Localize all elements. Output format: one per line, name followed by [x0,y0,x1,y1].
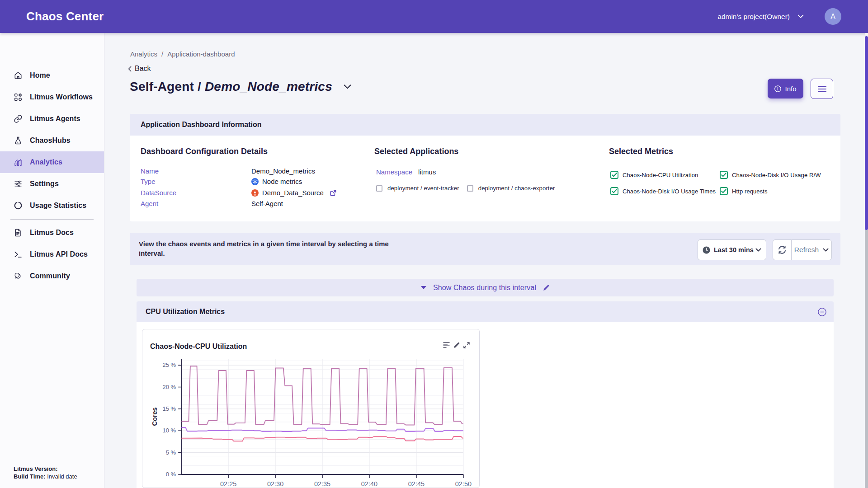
sidebar-item-community[interactable]: Community [0,265,104,287]
application-checkbox-deployment-event-tracker[interactable]: deployment / event-tracker [376,185,459,192]
refresh-interval-select[interactable]: Refresh [791,239,832,260]
back-label: Back [135,65,151,73]
checkbox-unchecked[interactable] [467,185,473,192]
checkbox-checked[interactable] [720,187,728,195]
page-scrollbar[interactable] [865,33,868,488]
time-range-select[interactable]: Last 30 mins [698,239,766,260]
project-selector-label[interactable]: admin's project(Owner) [717,13,790,21]
clock-icon [703,246,710,254]
version-info: Litmus Version: Build Time: Invalid date [14,465,77,480]
sidebar: HomeLitmus WorkflowsLitmus AgentsChaosHu… [0,33,104,488]
terminal-icon [14,250,23,259]
scrollbar-track-lower [865,230,868,488]
breadcrumb-separator: / [161,50,163,58]
x-tick-label: 02:40 [356,480,383,488]
configuration-details-heading: Dashboard Configuration Details [141,147,268,156]
settings-icon [14,179,23,188]
application-checkbox-deployment-chaos-exporter[interactable]: deployment / chaos-exporter [467,185,555,192]
title-chevron-down-icon[interactable] [344,84,351,89]
usage-icon [14,201,23,210]
refresh-button[interactable] [773,239,792,260]
checkbox-unchecked[interactable] [376,185,382,192]
y-axis-label: Cores [151,407,158,426]
breadcrumb-analytics[interactable]: Analytics [130,50,157,58]
y-tick-label: 10 % [158,427,176,434]
workflows-icon [14,93,23,102]
info-button[interactable]: Info [768,79,803,99]
selected-applications-heading: Selected Applications [374,147,458,156]
flask-icon [14,136,23,145]
checkbox-checked[interactable] [610,187,618,195]
sidebar-item-usage-statistics[interactable]: Usage Statistics [0,195,104,216]
home-icon [14,71,23,80]
project-chevron-down-icon[interactable] [797,14,804,19]
collapse-minus-icon[interactable] [818,308,826,316]
cpu-utilization-panel-header[interactable]: CPU Utilization Metrics [137,301,834,322]
sidebar-item-chaoshubs[interactable]: ChaosHubs [0,130,104,151]
litmus-version-label: Litmus Version: [14,465,58,472]
external-link-icon[interactable] [330,190,336,196]
x-tick-label: 02:30 [262,480,289,488]
y-tick-label: 15 % [158,405,176,412]
x-tick-label: 02:50 [450,480,477,488]
application-dashboard-information-card: Application Dashboard Information Dashbo… [130,114,840,221]
config-row-agent: AgentSelf-Agent [141,200,457,207]
config-row-type: TypeNode metrics [141,178,457,185]
x-tick-label: 02:35 [309,480,336,488]
sidebar-item-litmus-docs[interactable]: Litmus Docs [0,222,104,244]
dashboard-name: Demo_Node_metrics [205,80,332,94]
app-header: Chaos Center admin's project(Owner) A [0,0,868,33]
analytics-icon [14,158,23,167]
refresh-chevron-down-icon [823,248,829,252]
link-icon [14,114,23,123]
metric-checkbox-http-requests[interactable]: Http requests [720,187,768,195]
metric-checkbox-chaos-node-cpu-utilization[interactable]: Chaos-Node-CPU Utilization [610,171,698,179]
show-chaos-toggle[interactable]: Show Chaos during this interval [137,279,834,296]
refresh-icon [777,245,787,255]
app-title: Chaos Center [26,9,104,23]
checkbox-checked[interactable] [720,171,728,179]
page-title: Self-Agent / Demo_Node_metrics [130,80,332,94]
prometheus-icon [251,189,259,197]
metric-checkbox-chaos-node-disk-i-o-usage-times[interactable]: Chaos-Node-Disk I/O Usage Times [610,187,716,195]
sidebar-item-home[interactable]: Home [0,65,104,86]
card-heading: Application Dashboard Information [130,114,840,136]
y-tick-label: 20 % [158,384,176,390]
time-interval-text: View the chaos events and metrics in a g… [139,239,391,258]
x-tick-label: 02:25 [215,480,242,488]
community-icon [14,272,23,281]
time-range-chevron-down-icon [755,248,761,252]
selected-metrics-heading: Selected Metrics [609,147,673,156]
edit-pencil-icon[interactable] [543,285,549,291]
metric-checkbox-chaos-node-disk-i-o-usage-r-w[interactable]: Chaos-Node-Disk I/O Usage R/W [720,171,821,179]
cpu-utilization-panel-body: Chaos-Node-CPU Utilization 0 %5 %10 %15 … [137,322,834,488]
namespace-label: Namespace [376,168,412,176]
namespace-value: litmus [418,168,436,176]
breadcrumb-application-dashboard[interactable]: Application-dashboard [167,50,235,58]
chevron-left-icon [128,66,132,72]
document-icon [14,228,23,237]
avatar[interactable]: A [825,8,841,25]
sidebar-divider [10,219,94,220]
checkbox-checked[interactable] [610,171,618,179]
dashboard-menu-button[interactable] [811,79,833,99]
show-chaos-label: Show Chaos during this interval [433,284,536,292]
sidebar-item-litmus-api-docs[interactable]: Litmus API Docs [0,244,104,265]
sidebar-item-litmus-agents[interactable]: Litmus Agents [0,108,104,130]
cpu-panel-heading: CPU Utilization Metrics [146,308,225,316]
back-button[interactable]: Back [128,65,151,73]
info-circle-icon [774,85,781,92]
info-button-label: Info [785,85,796,93]
time-interval-banner: View the chaos events and metrics in a g… [130,233,840,265]
time-range-value: Last 30 mins [714,246,754,253]
refresh-select-label: Refresh [794,246,819,254]
scrollbar-thumb[interactable] [865,36,868,230]
sidebar-item-analytics[interactable]: Analytics [0,151,104,173]
sidebar-item-litmus-workflows[interactable]: Litmus Workflows [0,86,104,108]
y-tick-label: 5 % [158,449,176,456]
y-tick-label: 25 % [158,361,176,368]
sidebar-item-settings[interactable]: Settings [0,173,104,195]
chart-canvas [142,329,479,488]
y-tick-label: 0 % [158,471,176,478]
build-time-label: Build Time: [14,473,46,480]
